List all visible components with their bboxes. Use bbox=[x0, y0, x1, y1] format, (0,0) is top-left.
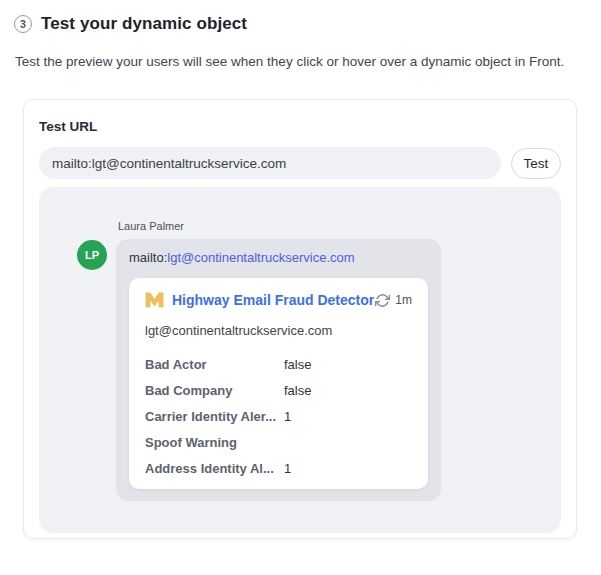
refresh-age: 1m bbox=[395, 293, 412, 307]
field-label: Bad Actor bbox=[145, 357, 284, 372]
field-value: false bbox=[284, 383, 311, 398]
card-subject: lgt@continentaltruckservice.com bbox=[145, 323, 412, 338]
avatar: LP bbox=[77, 240, 107, 270]
preview-panel: LP Laura Palmer mailto:lgt@continentaltr… bbox=[39, 187, 561, 533]
field-value: 1 bbox=[284, 409, 291, 424]
dynamic-object-link[interactable]: lgt@continentaltruckservice.com bbox=[167, 250, 354, 265]
field-row: Carrier Identity Aler...1 bbox=[145, 403, 412, 429]
message-column: Laura Palmer mailto:lgt@continentaltruck… bbox=[116, 220, 441, 501]
section-description: Test the preview your users will see whe… bbox=[15, 51, 571, 72]
field-label: Bad Company bbox=[145, 383, 284, 398]
card-title-row: Highway Email Fraud Detector 1m bbox=[145, 292, 412, 308]
field-row: Bad Companyfalse bbox=[145, 377, 412, 403]
dynamic-object-line: mailto:lgt@continentaltruckservice.com bbox=[129, 249, 428, 266]
test-url-label: Test URL bbox=[39, 119, 561, 134]
highway-logo-icon bbox=[145, 292, 164, 308]
link-prefix: mailto: bbox=[129, 250, 167, 265]
field-value: 1 bbox=[284, 461, 291, 476]
test-url-row: Test bbox=[39, 147, 561, 179]
fraud-detector-card: Highway Email Fraud Detector 1m lgt@cont… bbox=[129, 278, 428, 489]
field-label: Address Identity Al... bbox=[145, 461, 284, 476]
section-header: 3 Test your dynamic object Test the prev… bbox=[14, 14, 587, 72]
field-value: false bbox=[284, 357, 311, 372]
page-title: Test your dynamic object bbox=[41, 14, 247, 34]
step-number-icon: 3 bbox=[14, 15, 32, 33]
field-label: Spoof Warning bbox=[145, 435, 284, 450]
field-row: Spoof Warning bbox=[145, 429, 412, 455]
field-row: Bad Actorfalse bbox=[145, 351, 412, 377]
test-card: Test URL Test LP Laura Palmer mailto:lgt… bbox=[23, 99, 577, 539]
test-url-input[interactable] bbox=[39, 147, 501, 179]
card-fields: Bad ActorfalseBad CompanyfalseCarrier Id… bbox=[145, 351, 412, 481]
sender-name: Laura Palmer bbox=[118, 220, 441, 232]
refresh-icon bbox=[375, 293, 390, 308]
field-row: Address Identity Al...1 bbox=[145, 455, 412, 481]
card-title-link[interactable]: Highway Email Fraud Detector bbox=[172, 292, 374, 308]
section-title-row: 3 Test your dynamic object bbox=[14, 14, 587, 34]
test-button[interactable]: Test bbox=[511, 148, 561, 179]
field-label: Carrier Identity Aler... bbox=[145, 409, 284, 424]
message-bubble: mailto:lgt@continentaltruckservice.com H… bbox=[116, 239, 441, 501]
refresh-indicator[interactable]: 1m bbox=[375, 293, 412, 308]
